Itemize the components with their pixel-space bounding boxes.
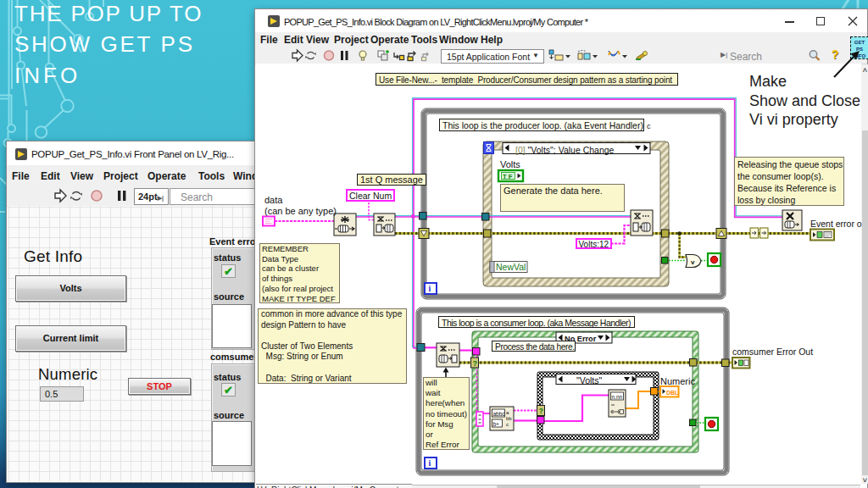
svg-text:abbc: abbc <box>493 411 506 417</box>
svg-text:?: ? <box>539 407 544 415</box>
svg-text:n.nn: n.nn <box>612 394 623 400</box>
svg-text:DBL: DBL <box>666 390 679 396</box>
svg-text:NewVal: NewVal <box>496 262 526 272</box>
svg-text:?: ? <box>473 359 478 368</box>
svg-text:c: c <box>506 422 509 427</box>
svg-text:b+: b+ <box>493 421 500 427</box>
svg-text:T F: T F <box>503 173 513 180</box>
svg-text:v: v <box>691 258 695 266</box>
svg-text:i: i <box>429 284 431 293</box>
svg-text:bb: bb <box>506 416 512 421</box>
svg-text:i: i <box>429 458 431 468</box>
